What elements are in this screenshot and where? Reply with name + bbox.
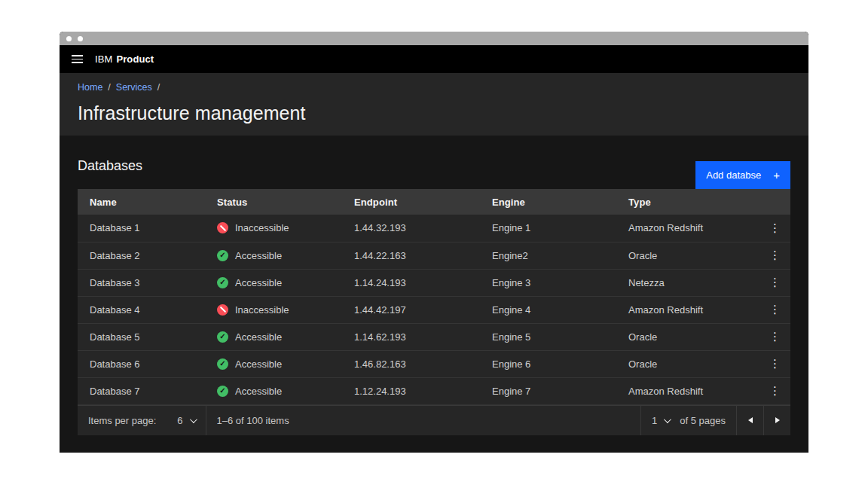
cell-status: ✓ Accessible	[205, 350, 342, 377]
previous-page-button[interactable]	[736, 406, 763, 435]
next-page-button[interactable]	[763, 406, 790, 435]
cell-actions: ⋮	[757, 350, 790, 377]
menu-icon[interactable]	[60, 45, 95, 73]
main-content: Databases Add databse + Name Status Endp…	[60, 136, 808, 435]
table-row[interactable]: Database 6 ✓ Accessible 1.46.82.163 Engi…	[78, 350, 790, 377]
table-body: Database 1 Inaccessible 1.44.32.193 Engi…	[78, 215, 790, 404]
overflow-menu-icon[interactable]: ⋮	[769, 358, 778, 369]
cell-name: Database 5	[78, 323, 205, 350]
cell-type: Oracle	[616, 323, 757, 350]
overflow-menu-icon[interactable]: ⋮	[769, 303, 778, 315]
column-header-status[interactable]: Status	[205, 189, 342, 215]
cell-status: ✓ Accessible	[205, 323, 342, 350]
table-row[interactable]: Database 5 ✓ Accessible 1.14.62.193 Engi…	[78, 323, 790, 350]
column-header-actions	[757, 189, 790, 215]
page-title: Infrastructure management	[78, 102, 790, 124]
table-toolbar: Databases Add databse +	[78, 136, 790, 189]
status-label: Inaccessible	[235, 222, 289, 233]
cell-name: Database 1	[78, 215, 205, 242]
column-header-type[interactable]: Type	[616, 189, 757, 215]
app-window: IBMProduct Home / Services / Infrastruct…	[60, 32, 808, 453]
cell-status: Inaccessible	[205, 296, 342, 323]
pages-count-text: of 5 pages	[680, 406, 736, 435]
accessible-icon: ✓	[217, 277, 228, 288]
add-database-button-label: Add databse	[706, 169, 761, 181]
breadcrumb-link-services[interactable]: Services	[116, 82, 152, 93]
section-heading: Databases	[78, 158, 142, 189]
column-header-engine[interactable]: Engine	[480, 189, 616, 215]
cell-engine: Engine 7	[480, 377, 616, 404]
overflow-menu-icon[interactable]: ⋮	[769, 222, 778, 233]
items-per-page-value: 6	[177, 415, 182, 426]
overflow-menu-icon[interactable]: ⋮	[769, 385, 778, 396]
cell-actions: ⋮	[757, 377, 790, 404]
inaccessible-icon	[217, 222, 228, 233]
cell-type: Amazon Redshift	[616, 215, 757, 242]
page-number-select[interactable]: 1	[641, 406, 680, 435]
overflow-menu-icon[interactable]: ⋮	[769, 276, 778, 288]
cell-name: Database 4	[78, 296, 205, 323]
cell-engine: Engine 1	[480, 215, 616, 242]
status-label: Accessible	[235, 331, 282, 343]
table-row[interactable]: Database 7 ✓ Accessible 1.12.24.193 Engi…	[78, 377, 790, 404]
caret-left-icon	[748, 417, 753, 423]
cell-status: ✓ Accessible	[205, 242, 342, 269]
table-row[interactable]: Database 2 ✓ Accessible 1.44.22.163 Engi…	[78, 242, 790, 269]
pagination-bar: Items per page: 6 1–6 of 100 items 1 of …	[78, 405, 790, 435]
cell-endpoint: 1.44.42.197	[342, 296, 480, 323]
window-control-dot[interactable]	[78, 36, 83, 41]
cell-type: Oracle	[616, 350, 757, 377]
cell-engine: Engine 5	[480, 323, 616, 350]
accessible-icon: ✓	[217, 386, 228, 397]
table-row[interactable]: Database 4 Inaccessible 1.44.42.197 Engi…	[78, 296, 790, 323]
table-row[interactable]: Database 3 ✓ Accessible 1.14.24.193 Engi…	[78, 269, 790, 296]
cell-engine: Engine 4	[480, 296, 616, 323]
cell-type: Amazon Redshift	[616, 377, 757, 404]
cell-type: Amazon Redshift	[616, 296, 757, 323]
accessible-icon: ✓	[217, 358, 228, 370]
table-row[interactable]: Database 1 Inaccessible 1.44.32.193 Engi…	[78, 215, 790, 242]
cell-engine: Engine2	[480, 242, 616, 269]
cell-name: Database 7	[78, 377, 205, 404]
cell-actions: ⋮	[757, 215, 790, 242]
breadcrumb-separator: /	[157, 82, 160, 93]
cell-name: Database 6	[78, 350, 205, 377]
cell-actions: ⋮	[757, 269, 790, 296]
column-header-endpoint[interactable]: Endpoint	[342, 189, 480, 215]
add-database-button[interactable]: Add databse +	[695, 161, 790, 189]
items-per-page-label: Items per page:	[78, 406, 167, 435]
page-hero: Home / Services / Infrastructure managem…	[60, 73, 808, 136]
brand-prefix: IBM	[95, 53, 112, 65]
cell-status: ✓ Accessible	[205, 269, 342, 296]
cell-actions: ⋮	[757, 242, 790, 269]
breadcrumb: Home / Services /	[78, 82, 790, 93]
app-header: IBMProduct	[60, 45, 808, 73]
status-label: Accessible	[235, 386, 282, 397]
plus-icon: +	[773, 169, 780, 181]
cell-endpoint: 1.44.22.163	[342, 242, 480, 269]
status-label: Accessible	[235, 358, 282, 370]
chevron-down-icon	[190, 416, 197, 423]
overflow-menu-icon[interactable]: ⋮	[769, 331, 778, 342]
breadcrumb-link-home[interactable]: Home	[78, 82, 102, 93]
column-header-name[interactable]: Name	[78, 189, 205, 215]
overflow-menu-icon[interactable]: ⋮	[769, 249, 778, 261]
cell-actions: ⋮	[757, 323, 790, 350]
items-per-page-select[interactable]: 6	[167, 406, 205, 435]
cell-endpoint: 1.12.24.193	[342, 377, 480, 404]
accessible-icon: ✓	[217, 250, 228, 261]
brand-name: Product	[116, 53, 154, 65]
databases-table: Name Status Endpoint Engine Type Databas…	[78, 189, 790, 405]
window-control-dot[interactable]	[66, 36, 72, 41]
items-range-text: 1–6 of 100 items	[206, 406, 300, 435]
status-label: Accessible	[235, 250, 282, 261]
caret-right-icon	[775, 417, 780, 423]
cell-type: Oracle	[616, 242, 757, 269]
chevron-down-icon	[664, 416, 671, 423]
table-header-row: Name Status Endpoint Engine Type	[78, 189, 790, 215]
cell-status: ✓ Accessible	[205, 377, 342, 404]
page-number-value: 1	[652, 415, 657, 426]
cell-engine: Engine 3	[480, 269, 616, 296]
cell-endpoint: 1.14.62.193	[342, 323, 480, 350]
cell-name: Database 2	[78, 242, 205, 269]
